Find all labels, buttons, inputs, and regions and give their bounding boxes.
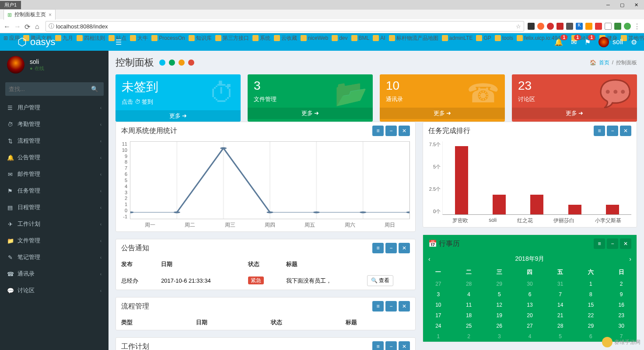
cal-day[interactable]: 29	[484, 279, 514, 289]
cal-day[interactable]: 16	[606, 300, 637, 310]
bookmark[interactable]: dev	[332, 35, 347, 41]
sidebar-item[interactable]: ⇅流程管理‹	[0, 133, 108, 149]
cal-day[interactable]: 25	[454, 321, 484, 331]
star-icon[interactable]: ☆	[516, 23, 521, 30]
bookmark[interactable]: tools	[495, 35, 513, 41]
ext-icon[interactable]	[595, 23, 602, 30]
cal-day[interactable]: 21	[545, 310, 576, 321]
nav-gear-icon[interactable]: ⚙	[631, 38, 637, 46]
tab-close-icon[interactable]: ×	[49, 12, 52, 18]
search-button[interactable]: 🔍	[86, 82, 104, 96]
nav-user[interactable]: soli	[598, 37, 623, 47]
info-box[interactable]: 23讨论区💬更多 ➜	[512, 74, 637, 122]
bookmark[interactable]: AI	[373, 35, 385, 41]
nav-bell[interactable]: 🔔1	[554, 38, 563, 46]
cal-day[interactable]: 22	[576, 310, 606, 321]
info-box[interactable]: 10通讯录☎更多 ➜	[380, 74, 505, 122]
cal-day[interactable]: 1	[423, 331, 454, 342]
panel-collapse-button[interactable]: −	[385, 126, 397, 136]
cal-day[interactable]: 2	[454, 331, 484, 342]
cal-day[interactable]: 8	[576, 289, 606, 300]
cal-day[interactable]: 19	[484, 310, 514, 321]
bookmark[interactable]: BML	[351, 35, 370, 41]
cal-day[interactable]: 9	[606, 289, 637, 300]
cal-day[interactable]: 6	[514, 289, 545, 300]
cal-day[interactable]: 23	[606, 310, 637, 321]
sidebar-item[interactable]: ✎笔记管理‹	[0, 249, 108, 266]
sidebar-item[interactable]: ☎通讯录‹	[0, 266, 108, 282]
bookmark[interactable]: 知识库	[189, 35, 212, 42]
panel-close-button[interactable]: ✕	[620, 238, 631, 249]
sidebar-item[interactable]: 🔔公告管理‹	[0, 149, 108, 166]
nav-forward-icon[interactable]: →	[14, 23, 21, 30]
panel-menu-button[interactable]: ≡	[594, 126, 605, 136]
bookmark[interactable]: GP	[476, 35, 491, 41]
panel-close-button[interactable]: ✕	[620, 126, 631, 136]
cal-day[interactable]: 26	[484, 321, 514, 331]
cal-day[interactable]: 3	[423, 289, 454, 300]
bookmark[interactable]: adminLTE	[442, 35, 473, 41]
window-maximize[interactable]: ▢	[616, 0, 628, 9]
cal-day[interactable]: 17	[423, 310, 454, 321]
breadcrumb-home[interactable]: 首页	[599, 59, 609, 66]
cal-day[interactable]: 28	[454, 279, 484, 289]
info-box[interactable]: 3文件管理📂更多 ➜	[248, 74, 373, 122]
nav-flag[interactable]: ⚑1	[584, 38, 591, 46]
cal-next[interactable]: ›	[629, 256, 631, 262]
cal-day[interactable]: 10	[423, 300, 454, 310]
sidebar-item[interactable]: ✈工作计划‹	[0, 216, 108, 232]
nav-reload-icon[interactable]: ⟳	[24, 23, 32, 30]
panel-close-button[interactable]: ✕	[399, 301, 410, 312]
nav-home-icon[interactable]: ⌂	[35, 23, 42, 30]
bookmark[interactable]: niceWeb	[301, 35, 328, 41]
logo[interactable]: oasys	[0, 36, 108, 48]
bookmark[interactable]: 云收藏	[274, 35, 297, 42]
window-minimize[interactable]: ─	[602, 0, 614, 9]
cal-day[interactable]: 14	[545, 300, 576, 310]
cal-day[interactable]: 6	[576, 331, 606, 342]
panel-menu-button[interactable]: ≡	[372, 243, 384, 253]
ext-icon[interactable]	[624, 23, 631, 30]
address-bar[interactable]: ⓘ localhost:8088/index ☆	[46, 21, 524, 32]
ext-icon[interactable]	[614, 23, 621, 30]
window-close[interactable]: ✕	[630, 0, 642, 9]
cal-day[interactable]: 12	[484, 300, 514, 310]
cal-day[interactable]: 27	[514, 321, 545, 331]
cal-day[interactable]: 5	[545, 331, 576, 342]
cal-day[interactable]: 3	[484, 331, 514, 342]
cal-day[interactable]: 1	[576, 279, 606, 289]
ext-icon[interactable]	[528, 23, 535, 30]
sidebar-item[interactable]: ⚑任务管理‹	[0, 182, 108, 199]
browser-tab-active[interactable]: ⊞ 控制面板主页 ×	[4, 9, 56, 20]
sidebar-item[interactable]: ✉邮件管理‹	[0, 166, 108, 182]
cal-day[interactable]: 2	[606, 279, 637, 289]
nav-mail[interactable]: ✉1	[571, 38, 577, 46]
panel-collapse-button[interactable]: −	[385, 243, 397, 253]
ext-icon[interactable]: K	[576, 23, 583, 30]
cal-day[interactable]: 15	[576, 300, 606, 310]
cal-day[interactable]: 11	[454, 300, 484, 310]
ib-footer[interactable]: 更多 ➜	[380, 108, 505, 119]
cal-day[interactable]: 30	[606, 321, 637, 331]
cal-day[interactable]: 20	[514, 310, 545, 321]
cal-prev[interactable]: ‹	[428, 256, 430, 262]
sidebar-item[interactable]: ▤日程管理‹	[0, 199, 108, 216]
panel-close-button[interactable]: ✕	[399, 341, 410, 350]
ext-icon[interactable]	[605, 23, 612, 30]
ib-footer[interactable]: 更多 ➜	[116, 110, 241, 122]
sidebar-item[interactable]: ⏱考勤管理‹	[0, 116, 108, 133]
cal-day[interactable]: 24	[423, 321, 454, 331]
cal-day[interactable]: 4	[454, 289, 484, 300]
ext-icon[interactable]	[537, 23, 544, 30]
panel-collapse-button[interactable]: −	[385, 341, 397, 350]
view-button[interactable]: 🔍 查看	[367, 275, 393, 286]
panel-menu-button[interactable]: ≡	[372, 341, 384, 350]
panel-collapse-button[interactable]: −	[607, 126, 618, 136]
panel-collapse-button[interactable]: −	[385, 301, 397, 312]
bookmark[interactable]: 系统	[252, 35, 270, 42]
info-box[interactable]: 未签到点击 ⏱ 签到⏱更多 ➜	[116, 74, 241, 122]
ext-icon[interactable]	[585, 23, 592, 30]
cal-day[interactable]: 30	[514, 279, 545, 289]
panel-close-button[interactable]: ✕	[399, 243, 410, 253]
ext-icon[interactable]	[547, 23, 554, 30]
